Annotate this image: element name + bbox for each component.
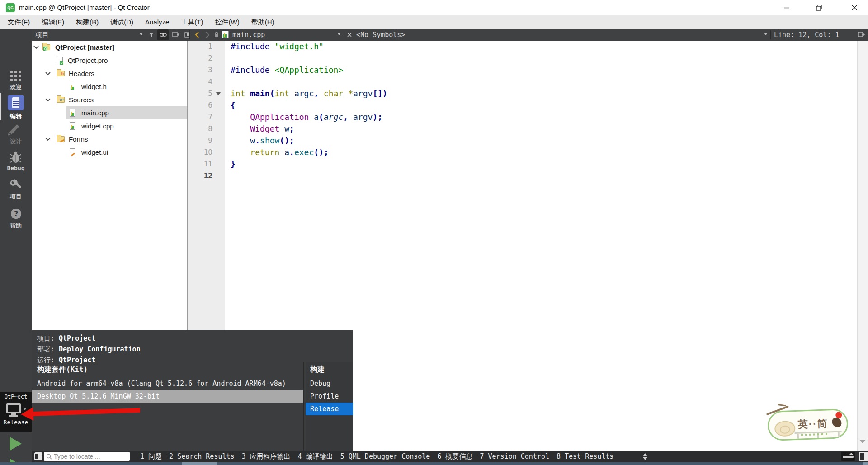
menu-edit[interactable]: 编辑(E) [36,15,70,29]
tree-panel-title[interactable]: 项目 [35,29,49,41]
close-button[interactable] [841,0,868,15]
code-token [309,112,314,122]
pane-test-results[interactable]: 8 Test Results [557,451,613,462]
code-token: ); [373,112,382,122]
sync-with-editor-button[interactable] [157,29,169,40]
design-pencil-icon [9,124,19,134]
mode-edit-label: 编辑 [0,112,32,120]
back-icon[interactable] [192,29,202,40]
pane-application-output[interactable]: 3 应用程序输出 [242,451,291,462]
chevron-down-icon[interactable] [45,72,51,76]
pane-qml-debugger-console[interactable]: 5 QML Debugger Console [340,451,430,462]
tree-row-sources[interactable]: C+ Sources [32,93,187,106]
chevron-down-icon[interactable] [33,46,39,49]
pane-search-results[interactable]: 2 Search Results [169,451,235,462]
menu-debug[interactable]: 调试(D) [104,15,139,29]
forward-icon[interactable] [203,29,212,40]
line-number: 1 [188,41,225,52]
code-token [343,89,348,98]
minimize-icon [783,5,790,11]
pane-updown-icon[interactable] [643,453,647,460]
close-file-icon[interactable] [345,29,354,40]
tree-row-forms[interactable]: Forms [32,133,187,146]
menu-window[interactable]: 控件(W) [209,15,245,29]
build-option-release[interactable]: Release [306,403,353,415]
build-option-debug[interactable]: Debug [306,377,353,390]
split-panel-icon[interactable] [171,29,181,40]
code-token: <QApplication> [275,65,344,75]
editor-scrollbar[interactable] [857,41,868,451]
filter-icon[interactable] [147,29,156,40]
mode-welcome-label: 欢迎 [0,83,32,91]
tree-row-qtproject-pro[interactable]: Q QtProject.pro [32,54,187,67]
code-token: argc [324,112,343,122]
code-token: , [314,89,324,98]
menu-file[interactable]: 文件(F) [2,15,36,29]
taskbar-edge-highlight [863,462,868,465]
code-token [279,124,284,133]
pane-version-control[interactable]: 7 Version Control [480,451,549,462]
pro-file-icon: Q [57,57,63,64]
kit-option-desktop[interactable]: Desktop Qt 5.12.6 MinGW 32-bit [32,390,303,403]
menu-help[interactable]: 帮助(H) [245,15,280,29]
linecol-combo-arrow-icon[interactable] [764,33,768,35]
tree-row-widget-ui[interactable]: widget.ui [32,146,187,159]
code-token: int [275,89,290,98]
code-line: #include <QApplication> [225,64,857,76]
kit-selector-project: QtP⋯ect [0,394,32,400]
tree-row-widget-cpp[interactable]: widget.cpp [32,119,187,133]
code-token: { [231,100,236,110]
locator-input[interactable]: Type to locate ... [44,452,130,461]
pane-issues[interactable]: 1 问题 [140,451,162,462]
menu-tools[interactable]: 工具(T) [175,15,209,29]
close-panel-icon[interactable] [183,29,192,40]
scrollbar-down-icon[interactable] [859,440,866,443]
minimize-button[interactable] [775,0,798,15]
kit-column-header: 构建套件(Kit) [37,364,88,375]
tree-label: Headers [69,67,94,80]
code-token: exec [294,147,314,157]
kit-option-android[interactable]: Android for arm64-v8a (Clang Qt 5.12.6 f… [32,377,303,390]
code-token: int [231,89,245,98]
code-token [270,65,275,75]
split-editor-icon[interactable] [856,29,866,40]
toggle-sidebar-button[interactable] [34,452,42,460]
pane-general-messages[interactable]: 6 概要信息 [437,451,472,462]
popup-column-divider [303,362,304,451]
sleeping-cat-decoration [774,421,796,437]
code-token [231,112,250,122]
search-icon [46,454,52,460]
kit-selector-popup: 项目: QtProject 部署: Deploy Configuration 运… [32,330,353,451]
tree-row-qtproject[interactable]: Q QtProject [master] [32,41,187,54]
menu-build[interactable]: 构建(B) [70,15,104,29]
code-token [279,147,284,157]
open-file-tab[interactable]: main.cpp [232,29,265,41]
fold-marker-icon[interactable] [216,92,221,95]
restore-button[interactable] [808,0,830,15]
pane-compile-output[interactable]: 4 编译输出 [298,451,333,462]
symbol-selector[interactable]: <No Symbols> [356,29,405,41]
chevron-down-icon[interactable] [45,98,51,102]
tree-row-widget-h[interactable]: widget.h [32,80,187,93]
chevron-down-icon[interactable] [45,138,51,141]
run-button[interactable] [10,437,22,451]
tree-row-main-cpp[interactable]: main.cpp [32,106,187,119]
taskbar-edge-strip [0,462,868,465]
menu-analyze[interactable]: Analyze [139,15,175,29]
tree-panel-combo-arrow-icon[interactable] [139,33,143,35]
tree-row-headers[interactable]: h Headers [32,67,187,80]
qt-project-folder-icon: Q [42,44,50,50]
build-option-profile[interactable]: Profile [306,390,353,403]
toggle-right-panel-icon[interactable] [859,452,868,461]
taskbar-edge-highlight [182,462,217,465]
line-number: 9 [188,135,225,147]
progress-indicator-icon[interactable] [841,452,855,461]
code-token: , [343,112,353,122]
file-combo-arrow-icon[interactable] [337,33,341,35]
help-question-icon: ? [10,208,22,219]
popup-project-row: 项目: QtProject [37,333,95,344]
code-token [289,89,294,98]
tree-label: QtProject.pro [68,54,108,67]
navigation-toolbar: 项目 main.cpp <No Symbols> [32,29,868,41]
desktop-monitor-icon [6,403,21,413]
